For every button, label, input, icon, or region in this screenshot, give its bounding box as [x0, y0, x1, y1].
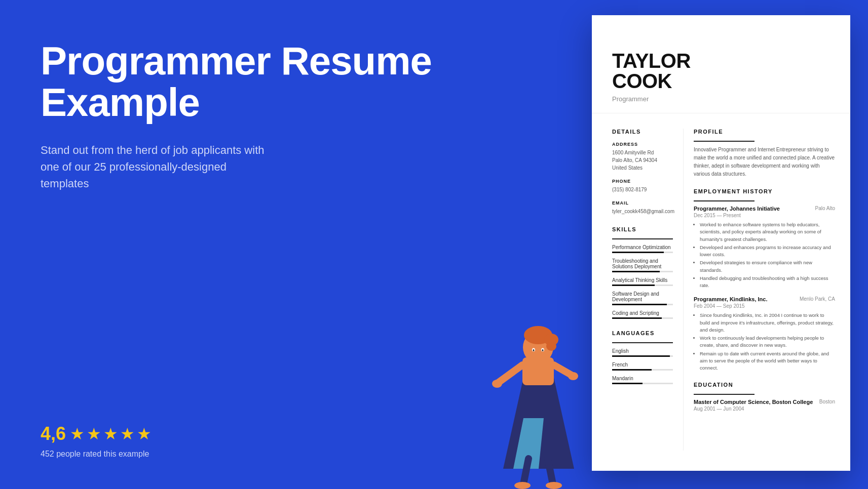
resume-name-line2: COOK [612, 70, 672, 92]
job-title-text-1: Programmer, Johannes Initiative [694, 206, 780, 212]
job-title-1: Programmer, Johannes Initiative Palo Alt… [694, 206, 835, 212]
lang-bar-bg [612, 355, 673, 357]
resume-header: TAYLOR COOK Programmer [592, 35, 850, 113]
skill-bar-fill [612, 304, 667, 305]
details-section-title: DETAILS [612, 129, 673, 135]
skill-name: Software Design and Development [612, 291, 673, 302]
profile-text: Innovative Programmer and Internet Entre… [694, 146, 835, 178]
edu-location: Boston [819, 399, 835, 405]
skill-bar-fill [612, 284, 655, 286]
svg-line-12 [548, 459, 553, 484]
edu-dates: Aug 2001 — Jun 2004 [694, 406, 835, 412]
svg-point-14 [546, 482, 562, 489]
bullet: Worked to enhance software systems to he… [700, 221, 835, 243]
skill-item: Software Design and Development [612, 291, 673, 305]
lang-bar-fill [612, 369, 652, 371]
job-title-2: Programmer, Kindlinks, Inc. Menlo Park, … [694, 296, 835, 302]
skill-item: Troubleshooting and Solutions Deployment [612, 258, 673, 272]
resume-name: TAYLOR COOK [612, 51, 830, 91]
svg-line-11 [523, 459, 529, 484]
bullet: Remain up to date with current events ar… [700, 350, 835, 372]
skill-bar-fill [612, 317, 662, 319]
email-value: tyler_cookk458@gmail.com [612, 208, 673, 215]
rating-section: 4,6 ★ ★ ★ ★ ★ 452 people rated this exam… [41, 423, 534, 459]
address-label: ADDRESS [612, 142, 673, 147]
address-value: 1600 Amityville RdPalo Alto, CA 94304160… [612, 149, 673, 172]
illustration [473, 276, 605, 489]
skill-bar-bg [612, 284, 673, 286]
star-2: ★ [87, 424, 101, 443]
lang-bar-bg [612, 383, 673, 384]
employment-section-title: EMPLOYMENT HISTORY [694, 188, 835, 194]
rating-number: 4,6 [41, 423, 66, 444]
education-section-title: EDUCATION [694, 382, 835, 388]
svg-point-6 [546, 342, 556, 351]
education-divider [694, 394, 754, 395]
languages-divider [612, 342, 673, 343]
job-bullets-2: Since founding Kindlinks, Inc. in 2004 I… [694, 312, 835, 372]
job-bullets-1: Worked to enhance software systems to he… [694, 221, 835, 289]
star-5: ★ [137, 424, 152, 443]
profile-section-title: PROFILE [694, 129, 835, 135]
skill-name: Troubleshooting and Solutions Deployment [612, 258, 673, 269]
skill-item: Performance Optimization [612, 244, 673, 253]
resume-right-col: PROFILE Innovative Programmer and Intern… [683, 129, 850, 451]
employment-divider [694, 200, 754, 201]
skills-divider [612, 238, 673, 239]
bullet: Since founding Kindlinks, Inc. in 2004 I… [700, 312, 835, 334]
resume-card: TAYLOR COOK Programmer DETAILS ADDRESS 1… [592, 15, 850, 471]
skill-bar-bg [612, 271, 673, 272]
skills-section-title: SKILLS [612, 226, 673, 232]
lang-bar-fill [612, 383, 643, 384]
bullet: Developed strategies to ensure complianc… [700, 259, 835, 274]
skill-bar-bg [612, 252, 673, 253]
star-1: ★ [70, 424, 85, 443]
job-location-1: Palo Alto [815, 206, 835, 212]
resume-job-title: Programmer [612, 95, 830, 103]
lang-bar-bg [612, 369, 673, 371]
skill-bar-fill [612, 271, 660, 272]
phone-label: PHONE [612, 179, 673, 184]
svg-point-10 [568, 372, 578, 380]
star-3: ★ [103, 424, 118, 443]
skill-bar-fill [612, 252, 664, 253]
lang-name: French [612, 362, 673, 368]
rating-row: 4,6 ★ ★ ★ ★ ★ [41, 423, 534, 444]
lang-item: Mandarin [612, 376, 673, 384]
edu-degree-text: Master of Computer Science, Boston Colle… [694, 399, 813, 405]
job-title-text-2: Programmer, Kindlinks, Inc. [694, 296, 768, 302]
skill-bar-bg [612, 304, 673, 305]
svg-point-13 [514, 482, 531, 489]
rating-count: 452 people rated this example [41, 450, 534, 459]
svg-line-9 [554, 365, 572, 375]
skill-item: Coding and Scripting [612, 310, 673, 319]
skill-name: Performance Optimization [612, 244, 673, 250]
phone-value: (315) 802-8179 [612, 186, 673, 193]
resume-body: DETAILS ADDRESS 1600 Amityville RdPalo A… [592, 118, 850, 451]
skill-name: Analytical Thinking Skills [612, 277, 673, 283]
lang-bar-fill [612, 355, 670, 357]
skill-bar-bg [612, 317, 673, 319]
svg-line-7 [498, 365, 522, 383]
lang-item: English [612, 348, 673, 357]
svg-point-8 [492, 380, 502, 388]
sub-heading: Stand out from the herd of job applicant… [41, 142, 274, 192]
svg-point-17 [533, 349, 535, 351]
lang-item: French [612, 362, 673, 371]
edu-title-1: Master of Computer Science, Boston Colle… [694, 399, 835, 405]
svg-point-18 [542, 349, 544, 351]
job-location-2: Menlo Park, CA [800, 296, 835, 302]
bullet: Developed and enhances programs to incre… [700, 244, 835, 259]
main-heading: Programmer Resume Example [41, 40, 534, 124]
resume-left-col: DETAILS ADDRESS 1600 Amityville RdPalo A… [592, 129, 683, 451]
bullet: Handled debugging and troubleshooting wi… [700, 275, 835, 290]
languages-section-title: LANGUAGES [612, 330, 673, 336]
bullet: Work to continuously lead developments h… [700, 335, 835, 349]
profile-divider [694, 141, 754, 142]
stars: ★ ★ ★ ★ ★ [70, 424, 152, 443]
star-4: ★ [120, 424, 135, 443]
lang-name: Mandarin [612, 376, 673, 381]
skill-name: Coding and Scripting [612, 310, 673, 316]
job-dates-2: Feb 2004 — Sep 2015 [694, 303, 835, 309]
lang-name: English [612, 348, 673, 354]
